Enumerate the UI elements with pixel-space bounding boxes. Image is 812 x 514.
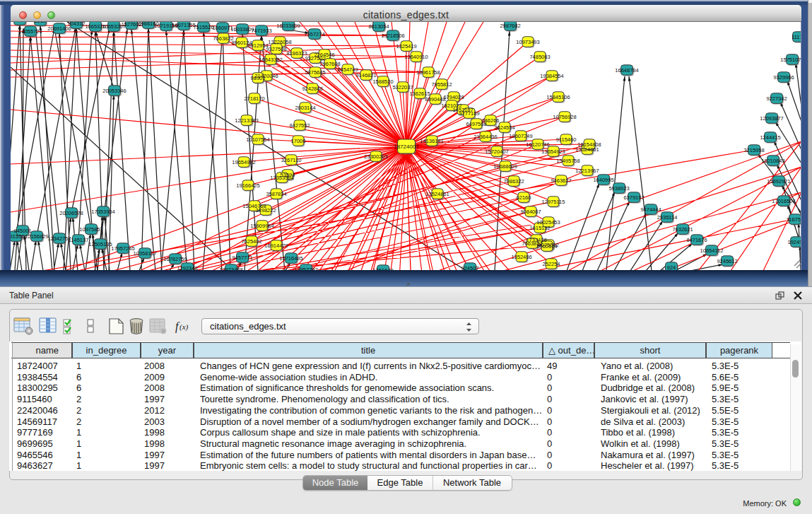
svg-text:9474444: 9474444: [640, 206, 661, 213]
svg-text:1060971: 1060971: [212, 25, 233, 31]
svg-text:3624554: 3624554: [494, 124, 514, 131]
svg-text:1292348: 1292348: [177, 265, 197, 271]
svg-text:13640910: 13640910: [404, 54, 428, 60]
svg-text:2069: 2069: [35, 22, 47, 24]
svg-text:12505135: 12505135: [88, 241, 112, 247]
svg-text:7955812: 7955812: [431, 81, 452, 88]
svg-text:15909984: 15909984: [250, 223, 273, 229]
svg-text:1352486: 1352486: [511, 254, 531, 260]
svg-text:104312: 104312: [67, 22, 85, 27]
svg-text:10688609: 10688609: [493, 163, 517, 170]
svg-text:10358117: 10358117: [134, 250, 157, 257]
svg-text:13226058: 13226058: [268, 39, 291, 45]
svg-text:6794028: 6794028: [443, 94, 464, 100]
svg-text:1588520: 1588520: [372, 78, 393, 85]
svg-text:21364436: 21364436: [473, 134, 497, 140]
svg-text:7986322: 7986322: [503, 178, 524, 185]
svg-text:19218506: 19218506: [381, 33, 404, 39]
svg-text:12342757: 12342757: [47, 235, 71, 242]
svg-text:15751074: 15751074: [780, 57, 801, 63]
svg-text:10654112: 10654112: [700, 247, 724, 254]
svg-text:62160: 62160: [517, 194, 531, 201]
svg-text:20053346: 20053346: [102, 88, 126, 94]
svg-text:8186323: 8186323: [286, 50, 307, 57]
svg-text:15495758: 15495758: [556, 158, 579, 164]
svg-text:15692971: 15692971: [767, 178, 790, 185]
svg-text:15845106: 15845106: [546, 94, 570, 100]
svg-text:19384554: 19384554: [540, 73, 563, 79]
svg-text:7632621: 7632621: [672, 226, 693, 233]
svg-text:8471676: 8471676: [686, 237, 707, 243]
svg-text:1615132: 1615132: [529, 225, 550, 231]
svg-text:8912954: 8912954: [247, 42, 268, 49]
svg-text:18724007: 18724007: [394, 144, 419, 150]
svg-text:9227342: 9227342: [766, 95, 787, 102]
svg-text:3498222: 3498222: [255, 207, 276, 214]
svg-text:16961758: 16961758: [416, 69, 440, 76]
svg-text:8990448: 8990448: [425, 96, 445, 103]
svg-text:17016504: 17016504: [772, 198, 795, 204]
svg-text:8454749: 8454749: [337, 66, 358, 73]
svg-text:9242848: 9242848: [302, 86, 322, 92]
svg-text:20206578: 20206578: [59, 210, 83, 216]
svg-text:5875685: 5875685: [305, 69, 325, 76]
svg-text:17957245: 17957245: [111, 245, 134, 252]
svg-text:12156829: 12156829: [25, 233, 48, 240]
svg-text:9084067: 9084067: [520, 209, 541, 215]
svg-text:10025453: 10025453: [536, 219, 560, 226]
svg-text:17353934: 17353934: [91, 209, 114, 215]
svg-text:15716485: 15716485: [279, 255, 302, 262]
svg-text:11173: 11173: [792, 34, 801, 40]
svg-text:8813054: 8813054: [368, 23, 389, 30]
svg-text:9457771: 9457771: [232, 255, 252, 261]
svg-text:2803144: 2803144: [295, 105, 315, 111]
svg-text:(x): (x): [180, 322, 189, 332]
svg-text:10107554: 10107554: [246, 136, 269, 143]
svg-text:13654923: 13654923: [541, 148, 565, 155]
svg-text:16210643: 16210643: [761, 158, 784, 164]
svg-text:5322037: 5322037: [392, 84, 413, 90]
svg-text:391551: 391551: [11, 233, 25, 240]
svg-text:1640995: 1640995: [593, 177, 613, 183]
svg-text:10756928: 10756928: [553, 114, 576, 120]
svg-text:8960124: 8960124: [536, 243, 557, 250]
svg-text:2718170: 2718170: [244, 95, 264, 102]
svg-text:3267110: 3267110: [281, 157, 302, 163]
svg-text:10975857: 10975857: [79, 226, 102, 233]
svg-text:15720407: 15720407: [485, 148, 508, 155]
svg-text:12213967: 12213967: [575, 168, 599, 174]
svg-text:9463627: 9463627: [551, 177, 571, 184]
svg-text:7663822: 7663822: [213, 35, 233, 42]
svg-text:1244415: 1244415: [760, 134, 780, 141]
svg-text:19654982: 19654982: [232, 159, 255, 165]
svg-text:98901: 98901: [251, 75, 266, 81]
svg-text:14055724: 14055724: [18, 28, 42, 35]
svg-text:12975115: 12975115: [542, 199, 565, 205]
svg-text:1145137: 1145137: [69, 237, 89, 243]
svg-text:19166425: 19166425: [236, 182, 259, 189]
svg-text:9245612: 9245612: [717, 258, 737, 264]
svg-text:13353594: 13353594: [270, 175, 293, 181]
svg-text:9777169: 9777169: [459, 110, 479, 117]
svg-text:1405: 1405: [14, 22, 26, 23]
svg-text:2935114: 2935114: [657, 214, 678, 221]
svg-text:9329966: 9329966: [773, 74, 794, 81]
svg-text:23300203: 23300203: [364, 153, 387, 160]
svg-text:3215958: 3215958: [743, 147, 764, 153]
svg-text:2987682: 2987682: [500, 23, 520, 29]
svg-text:746266: 746266: [481, 117, 499, 124]
svg-text:16914479: 16914479: [264, 243, 288, 249]
svg-text:10973493: 10973493: [516, 39, 539, 45]
svg-text:7471933: 7471933: [251, 28, 271, 34]
svg-text:16648784: 16648784: [615, 67, 638, 74]
svg-text:2264546: 2264546: [314, 52, 334, 58]
svg-text:16671355: 16671355: [172, 22, 195, 28]
svg-text:116753: 116753: [787, 216, 801, 223]
svg-text:7357274: 7357274: [304, 31, 324, 37]
svg-text:9327508: 9327508: [266, 46, 286, 52]
svg-text:16782759: 16782759: [163, 256, 187, 262]
svg-text:16543382: 16543382: [259, 57, 282, 63]
svg-text:5938923: 5938923: [608, 185, 629, 192]
svg-text:252254: 252254: [542, 261, 560, 267]
svg-text:13524861: 13524861: [425, 191, 449, 197]
